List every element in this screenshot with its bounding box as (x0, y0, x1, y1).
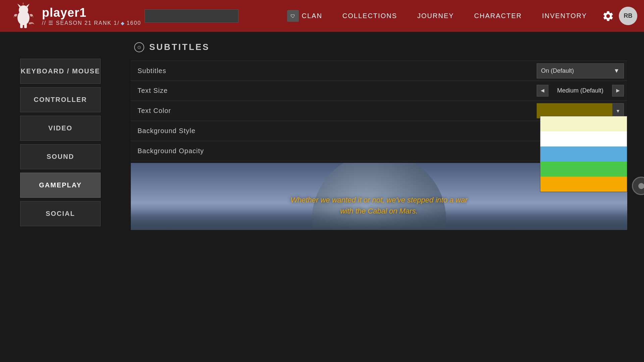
subtitles-value: On (Default) (541, 67, 574, 74)
settings-gear-button[interactable] (599, 7, 617, 25)
main-content: KEYBOARD / MOUSE CONTROLLER VIDEO SOUND … (0, 32, 644, 362)
sidebar-btn-social[interactable]: SOCIAL (20, 201, 101, 226)
nav-inventory[interactable]: INVENTORY (532, 0, 597, 32)
player-rank: // ☰ SEASON 21 RANK 1/◆1600 (42, 20, 141, 26)
text-size-label: Text Size (131, 87, 533, 95)
game-logo (10, 3, 37, 29)
subtitles-label: Subtitles (131, 67, 533, 75)
text-color-control: ▼ (533, 101, 627, 121)
subtitles-row: Subtitles On (Default) ▼ (131, 61, 627, 81)
nav-character-label: CHARACTER (474, 12, 522, 20)
rank-diamond: ◆ (121, 20, 125, 26)
nav-journey[interactable]: JOURNEY (407, 0, 464, 32)
rank-prefix: // ☰ SEASON 21 RANK 1/ (42, 20, 119, 26)
preview-subtitle-line2: with the Cabal on Mars. (340, 207, 418, 215)
nav-clan-label: CLAN (302, 12, 322, 20)
text-color-row: Text Color ▼ (131, 101, 627, 121)
gear-icon (602, 10, 614, 22)
color-option-green[interactable] (540, 162, 627, 177)
color-option-white[interactable] (540, 131, 627, 146)
scroll-indicator (632, 177, 644, 195)
player-name: player1 (42, 6, 141, 20)
background-style-label: Background Style (131, 127, 533, 135)
nav-links: 🛡 CLAN COLLECTIONS JOURNEY CHARACTER INV… (277, 0, 644, 32)
text-size-arrows: ◄ Medium (Default) ► (537, 85, 624, 97)
search-bar[interactable] (145, 9, 238, 23)
sidebar-btn-keyboard-mouse[interactable]: KEYBOARD / MOUSE (20, 59, 101, 84)
rank-value: 1600 (126, 20, 141, 26)
sidebar-btn-sound[interactable]: SOUND (20, 144, 101, 169)
text-size-prev-button[interactable]: ◄ (537, 85, 548, 97)
color-option-yellow[interactable] (540, 177, 627, 192)
background-opacity-label: Background Opacity (131, 147, 533, 155)
nav-clan[interactable]: 🛡 CLAN (277, 0, 332, 32)
sidebar-btn-controller[interactable]: CONTROLLER (20, 87, 101, 112)
rb-button[interactable]: RB (619, 7, 637, 25)
section-title-area: ⊙ SUBTITLES (134, 42, 627, 52)
sidebar-btn-gameplay[interactable]: GAMEPLAY (20, 173, 101, 198)
nav-collections-label: COLLECTIONS (342, 12, 397, 20)
player-info: player1 // ☰ SEASON 21 RANK 1/◆1600 (42, 6, 141, 26)
clan-icon: 🛡 (287, 10, 299, 22)
text-size-next-button[interactable]: ► (612, 85, 624, 97)
svg-point-1 (19, 5, 28, 15)
svg-rect-6 (23, 3, 23, 5)
settings-panel: ⊙ SUBTITLES Subtitles On (Default) ▼ Tex… (121, 32, 644, 362)
dropdown-arrow-icon: ▼ (613, 67, 620, 74)
scroll-dot (638, 183, 644, 189)
section-icon: ⊙ (134, 42, 144, 52)
text-size-value: Medium (Default) (552, 87, 609, 94)
nav-journey-label: JOURNEY (417, 12, 454, 20)
subtitles-dropdown[interactable]: On (Default) ▼ (537, 63, 624, 78)
settings-sidebar: KEYBOARD / MOUSE CONTROLLER VIDEO SOUND … (0, 32, 121, 362)
text-color-label: Text Color (131, 107, 533, 115)
color-option-blue[interactable] (540, 146, 627, 162)
nav-collections[interactable]: COLLECTIONS (332, 0, 407, 32)
section-title: SUBTITLES (149, 42, 210, 52)
preview-subtitle-line1: Whether we wanted it or not, we've stepp… (290, 196, 468, 204)
settings-table: Subtitles On (Default) ▼ Text Size ◄ Med… (131, 61, 627, 161)
sidebar-btn-video[interactable]: VIDEO (20, 116, 101, 141)
color-palette-dropdown (540, 116, 627, 192)
text-size-control: ◄ Medium (Default) ► (533, 81, 627, 101)
rb-label: RB (624, 12, 633, 19)
preview-subtitle-text: Whether we wanted it or not, we've stepp… (131, 194, 627, 217)
logo-area: player1 // ☰ SEASON 21 RANK 1/◆1600 (0, 3, 238, 29)
nav-inventory-label: INVENTORY (542, 12, 587, 20)
top-navigation: player1 // ☰ SEASON 21 RANK 1/◆1600 🛡 CL… (0, 0, 644, 32)
color-option-cream[interactable] (540, 116, 627, 131)
subtitles-control: On (Default) ▼ (533, 61, 627, 80)
nav-character[interactable]: CHARACTER (464, 0, 532, 32)
svg-rect-4 (20, 23, 23, 28)
svg-rect-5 (24, 23, 27, 28)
text-size-row: Text Size ◄ Medium (Default) ► (131, 81, 627, 101)
